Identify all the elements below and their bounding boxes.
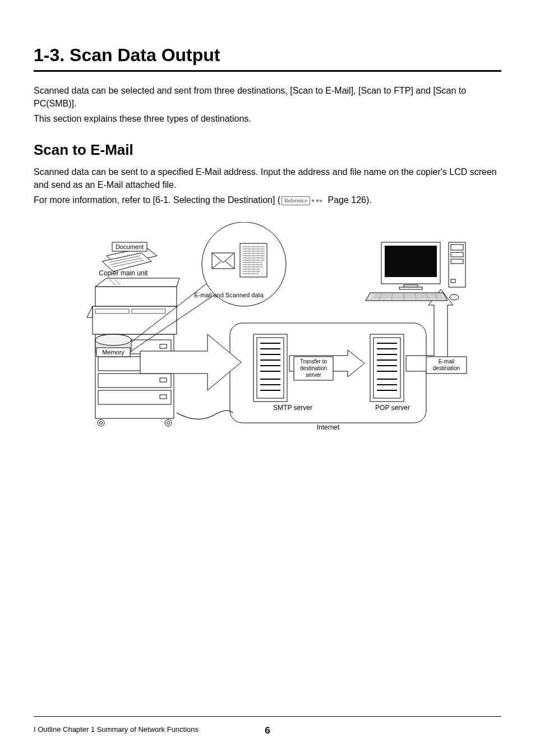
svg-rect-75 (451, 259, 463, 264)
dest-label-1: E-mail (439, 358, 454, 365)
svg-rect-8 (160, 395, 167, 399)
svg-rect-13 (93, 306, 177, 334)
section-title: Scan to E-Mail (34, 141, 501, 159)
svg-point-26 (95, 334, 131, 345)
cable-line (177, 411, 233, 419)
section-paragraph-1: Scanned data can be sent to a specified … (34, 165, 501, 191)
pop-label: POP server (375, 404, 410, 412)
destination-pc-icon (366, 242, 465, 301)
svg-rect-27 (212, 253, 234, 269)
copier-label: Copier main unit (99, 269, 148, 277)
callout-label: E-mail and Scanned data (194, 292, 264, 298)
pop-server-icon (370, 334, 404, 402)
svg-rect-5 (160, 344, 167, 348)
breadcrumb: I Outline Chapter 1 Summary of Network F… (34, 725, 199, 734)
svg-rect-76 (451, 279, 455, 283)
svg-rect-16 (95, 287, 177, 306)
svg-point-10 (100, 422, 103, 425)
svg-point-12 (167, 422, 170, 425)
reference-dots-icon: ●●▸ (311, 196, 324, 205)
svg-marker-17 (95, 278, 179, 287)
svg-rect-80 (399, 287, 422, 289)
svg-rect-61 (373, 338, 400, 398)
svg-rect-78 (385, 246, 437, 277)
svg-rect-49 (257, 338, 284, 398)
footer-rule (34, 716, 501, 717)
title-rule (34, 70, 501, 72)
scanned-data-icon (240, 243, 267, 277)
scan-email-diagram: Document Copier main unit Memory (67, 222, 482, 435)
envelope-icon (212, 253, 234, 269)
page-number: 6 (265, 725, 270, 736)
internet-label: Internet (317, 423, 340, 431)
svg-rect-73 (451, 245, 463, 250)
svg-rect-79 (404, 285, 418, 287)
svg-point-90 (450, 294, 459, 300)
dest-label-2: destination (433, 365, 460, 371)
page-footer: I Outline Chapter 1 Summary of Network F… (34, 725, 501, 734)
section-paragraph-2: For more information, refer to [6-1. Sel… (34, 193, 501, 206)
transfer-label-2: destination (300, 365, 327, 371)
smtp-label: SMTP server (273, 404, 312, 412)
section-p2-pre: For more information, refer to [6-1. Sel… (34, 195, 280, 205)
section-p2-post: Page 126). (325, 195, 372, 205)
transfer-label-1: Transfer to (300, 358, 327, 365)
smtp-server-icon (253, 334, 287, 402)
svg-rect-7 (160, 378, 167, 382)
diagram: Document Copier main unit Memory (67, 222, 482, 435)
page-title: 1-3. Scan Data Output (34, 45, 501, 66)
reference-icon: Reference (282, 196, 310, 205)
transfer-label-3: server (306, 372, 321, 378)
document-label: Document (116, 243, 144, 250)
memory-label: Memory (102, 349, 124, 356)
svg-marker-81 (366, 293, 448, 301)
svg-rect-74 (451, 252, 463, 257)
intro-paragraph-2: This section explains these three types … (34, 112, 501, 125)
intro-paragraph-1: Scanned data can be selected and sent fr… (34, 84, 501, 110)
